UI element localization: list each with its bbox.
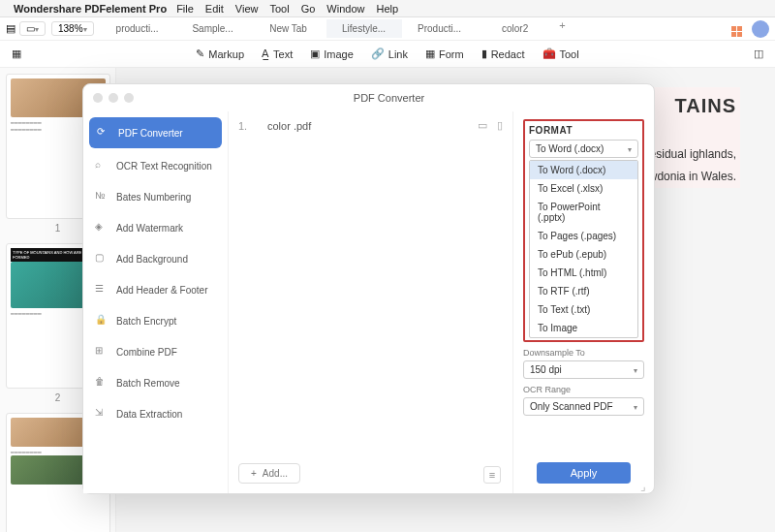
downsample-label: Downsample To <box>523 348 644 358</box>
converter-file-list: 1. color .pdf ▭▯ +Add... ≡ <box>229 111 512 493</box>
remove-file-icon[interactable]: ▯ <box>497 119 503 132</box>
tab-0[interactable]: producti... <box>100 19 175 38</box>
format-option-rtf[interactable]: To RTF (.rtf) <box>530 282 637 300</box>
sidebar-item-header-footer[interactable]: ☰Add Header & Footer <box>83 274 228 305</box>
thumbnails-icon[interactable]: ▤ <box>6 22 19 36</box>
sidebar-item-bates[interactable]: №Bates Numbering <box>83 181 228 212</box>
macos-menubar: Wondershare PDFelement Pro File Edit Vie… <box>0 0 775 17</box>
selected-value: Only Scanned PDF <box>530 401 613 412</box>
watermark-icon: ◈ <box>95 221 108 235</box>
file-row[interactable]: 1. color .pdf ▭▯ <box>238 115 503 136</box>
label: Text <box>273 48 293 60</box>
ocr-range-label: OCR Range <box>523 385 644 394</box>
converter-sidebar: ⟳PDF Converter ⌕OCR Text Recognition №Ba… <box>83 111 229 493</box>
converter-titlebar[interactable]: PDF Converter <box>83 84 654 111</box>
trash-icon: 🗑 <box>95 376 108 390</box>
redact-tool[interactable]: ▮Redact <box>481 47 525 60</box>
zoom-dropdown[interactable]: 138% <box>51 21 94 36</box>
tab-1[interactable]: Sample... <box>175 19 251 38</box>
tool-tool[interactable]: 🧰Tool <box>542 47 579 60</box>
file-name: color .pdf <box>267 120 478 132</box>
selected-value: To Word (.docx) <box>536 143 604 154</box>
chevron-down-icon <box>634 364 637 375</box>
plus-icon: + <box>251 468 257 479</box>
view-mode-dropdown[interactable]: ▭ <box>19 21 46 36</box>
menu-edit[interactable]: Edit <box>205 3 224 15</box>
format-option-excel[interactable]: To Excel (.xlsx) <box>530 179 637 198</box>
format-option-html[interactable]: To HTML (.html) <box>530 264 637 282</box>
document-tabs: producti... Sample... New Tab Lifestyle.… <box>100 19 722 38</box>
ocr-icon: ⌕ <box>95 159 108 172</box>
add-file-button[interactable]: +Add... <box>238 463 300 484</box>
combine-icon: ⊞ <box>95 345 108 359</box>
document-tabbar: ▤ ▭ 138% producti... Sample... New Tab L… <box>0 17 775 41</box>
link-tool[interactable]: 🔗Link <box>371 47 408 60</box>
label: Markup <box>208 48 244 60</box>
label: OCR Text Recognition <box>116 161 212 172</box>
sidebar-item-encrypt[interactable]: 🔒Batch Encrypt <box>83 305 228 336</box>
chevron-down-icon <box>628 143 632 154</box>
sidebar-item-ocr[interactable]: ⌕OCR Text Recognition <box>83 150 228 181</box>
menu-view[interactable]: View <box>235 3 259 15</box>
chevron-down-icon <box>35 23 39 34</box>
form-icon: ▦ <box>425 47 435 60</box>
label: Bates Numbering <box>116 192 191 203</box>
menu-window[interactable]: Window <box>326 3 364 15</box>
format-option-image[interactable]: To Image <box>530 319 637 337</box>
image-tool[interactable]: ▣Image <box>310 47 354 60</box>
window-title: PDF Converter <box>134 92 644 104</box>
app-grid-icon[interactable] <box>731 21 742 37</box>
pdf-converter-window: PDF Converter ⟳PDF Converter ⌕OCR Text R… <box>82 83 655 494</box>
format-option-word[interactable]: To Word (.docx) <box>530 161 637 179</box>
minimize-traffic-light[interactable] <box>108 93 118 103</box>
new-tab-button[interactable]: + <box>553 19 573 38</box>
image-icon: ▣ <box>310 47 320 60</box>
sidebar-item-watermark[interactable]: ◈Add Watermark <box>83 212 228 243</box>
menu-tool[interactable]: Tool <box>269 3 289 15</box>
redact-icon: ▮ <box>481 47 487 60</box>
menu-go[interactable]: Go <box>301 3 316 15</box>
dpi-select[interactable]: 150 dpi <box>523 360 644 379</box>
markup-tool[interactable]: ✎Markup <box>196 47 244 60</box>
resize-handle[interactable] <box>640 480 650 489</box>
tab-2[interactable]: New Tab <box>251 19 326 38</box>
ocr-range-select[interactable]: Only Scanned PDF <box>523 397 644 416</box>
sidebar-item-data-extraction[interactable]: ⇲Data Extraction <box>83 398 228 429</box>
sidebar-item-pdf-converter[interactable]: ⟳PDF Converter <box>89 117 222 148</box>
layout-grid-icon[interactable]: ▦ <box>12 47 21 60</box>
app-name[interactable]: Wondershare PDFelement Pro <box>14 3 167 15</box>
label: Add Background <box>116 254 188 265</box>
sidebar-item-combine[interactable]: ⊞Combine PDF <box>83 336 228 367</box>
format-option-text[interactable]: To Text (.txt) <box>530 300 637 319</box>
tab-4[interactable]: Producti... <box>402 19 478 38</box>
close-traffic-light[interactable] <box>93 93 103 103</box>
apply-button[interactable]: Apply <box>537 462 631 484</box>
list-options-button[interactable]: ≡ <box>483 466 501 484</box>
format-select[interactable]: To Word (.docx) <box>529 140 638 158</box>
sidebar-item-background[interactable]: ▢Add Background <box>83 243 228 274</box>
user-avatar[interactable] <box>752 20 769 38</box>
page-range-icon[interactable]: ▭ <box>478 119 487 132</box>
extract-icon: ⇲ <box>95 407 108 421</box>
format-option-powerpoint[interactable]: To PowerPoint (.pptx) <box>530 198 637 227</box>
label: Add... <box>263 468 288 479</box>
zoom-traffic-light[interactable] <box>124 93 134 103</box>
form-tool[interactable]: ▦Form <box>425 47 464 60</box>
header-footer-icon: ☰ <box>95 283 108 297</box>
tab-3[interactable]: Lifestyle... <box>326 19 402 38</box>
text-tool[interactable]: A̲Text <box>262 47 293 60</box>
sidebar-item-batch-remove[interactable]: 🗑Batch Remove <box>83 367 228 398</box>
panel-toggle-icon[interactable]: ◫ <box>754 47 763 60</box>
text-icon: A̲ <box>262 47 269 60</box>
number-icon: № <box>95 190 108 203</box>
label: Form <box>439 48 464 60</box>
menu-file[interactable]: File <box>176 3 194 15</box>
file-index: 1. <box>238 120 254 132</box>
selected-value: 150 dpi <box>530 364 562 375</box>
format-option-pages[interactable]: To Pages (.pages) <box>530 227 637 245</box>
chevron-down-icon <box>634 401 637 412</box>
menu-help[interactable]: Help <box>376 3 398 15</box>
tab-5[interactable]: color2 <box>478 19 553 38</box>
format-option-epub[interactable]: To ePub (.epub) <box>530 245 637 264</box>
label: Combine PDF <box>116 347 177 358</box>
